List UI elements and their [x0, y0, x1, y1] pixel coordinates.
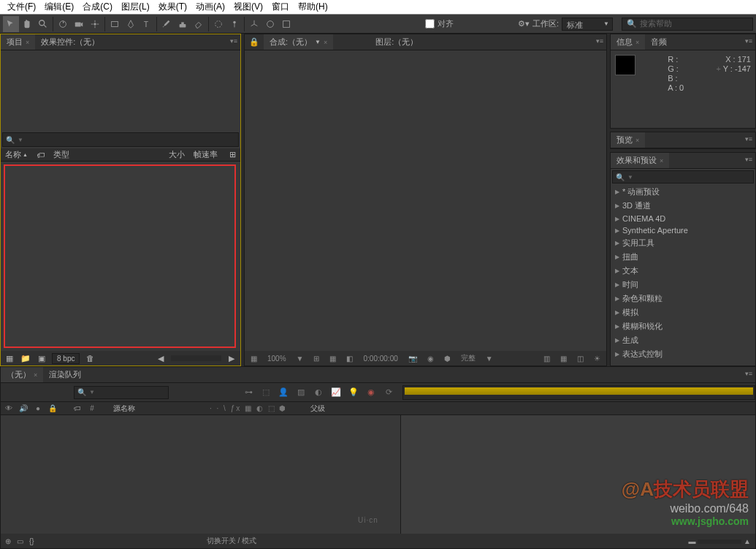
- eraser-tool[interactable]: [191, 16, 207, 32]
- view-layout-icon[interactable]: ▥: [541, 354, 553, 363]
- puppet-pin-tool[interactable]: [226, 16, 243, 32]
- tab-render-queue[interactable]: 渲染队列: [43, 367, 87, 382]
- effects-category[interactable]: ▶CINEMA 4D: [611, 213, 755, 224]
- menu-help[interactable]: 帮助(H): [294, 0, 332, 15]
- color-mgmt-icon[interactable]: ⬢: [441, 354, 454, 363]
- close-icon[interactable]: ×: [324, 39, 327, 46]
- camera-tool[interactable]: [71, 16, 87, 32]
- menu-window[interactable]: 窗口: [267, 0, 294, 15]
- composition-viewer[interactable]: [245, 50, 606, 351]
- scroll-left-icon[interactable]: ◀: [155, 352, 167, 364]
- snapping-icon[interactable]: ⚙▾: [518, 19, 530, 29]
- col-name[interactable]: 名称 ▲: [5, 149, 28, 160]
- resolution-dropdown[interactable]: 完整: [458, 352, 478, 364]
- tab-project[interactable]: 项目 ×: [1, 34, 35, 50]
- col-fps[interactable]: 帧速率: [194, 149, 218, 160]
- effects-search-input[interactable]: 🔍 ▼: [612, 170, 754, 183]
- roto-brush-tool[interactable]: [210, 16, 226, 32]
- tab-timeline-none[interactable]: （无） ×: [1, 367, 43, 382]
- panel-menu-icon[interactable]: ▾≡: [745, 156, 752, 163]
- 3d-view-icon[interactable]: ▦: [557, 354, 570, 363]
- menu-edit[interactable]: 编辑(E): [40, 0, 78, 15]
- effects-category[interactable]: ▶3D 通道: [611, 199, 755, 213]
- tab-effects-presets[interactable]: 效果和预设 ×: [611, 153, 669, 168]
- delete-icon[interactable]: 🗑: [84, 352, 96, 364]
- effects-category[interactable]: ▶生成: [611, 333, 755, 347]
- col-tag-icon[interactable]: 🏷: [37, 151, 45, 159]
- toggle-modes-icon[interactable]: ▭: [17, 537, 23, 545]
- new-folder-icon[interactable]: 📁: [20, 352, 31, 364]
- effects-category[interactable]: ▶表达式控制: [611, 347, 755, 361]
- roi-icon[interactable]: ◧: [343, 354, 356, 363]
- flowchart-icon[interactable]: ⊞: [229, 150, 236, 159]
- workspace-dropdown[interactable]: 标准 ▼: [562, 18, 613, 31]
- menu-layer[interactable]: 图层(L): [117, 0, 154, 15]
- resolution-icon[interactable]: ⊞: [310, 354, 322, 363]
- zoom-tool[interactable]: [35, 16, 51, 32]
- zoom-in-icon[interactable]: ▲: [744, 537, 751, 545]
- hand-tool[interactable]: [19, 16, 35, 32]
- effects-category[interactable]: ▶时间: [611, 278, 755, 292]
- zoom-value[interactable]: 100%: [264, 354, 289, 363]
- scroll-right-icon[interactable]: ▶: [226, 352, 237, 364]
- world-axis-icon[interactable]: [262, 16, 278, 32]
- close-icon[interactable]: ×: [26, 39, 29, 46]
- tab-composition[interactable]: 合成:（无） ▼ ×: [264, 34, 333, 50]
- panel-menu-icon[interactable]: ▾≡: [745, 370, 752, 377]
- grid-icon[interactable]: ▦: [327, 354, 339, 363]
- panel-menu-icon[interactable]: ▾≡: [596, 37, 603, 45]
- toggle-brackets-icon[interactable]: {}: [29, 537, 34, 545]
- interpret-footage-icon[interactable]: ▦: [4, 352, 15, 364]
- col-source-name[interactable]: 源名称: [113, 404, 135, 414]
- snapshot-icon[interactable]: 📷: [405, 354, 420, 363]
- lock-icon[interactable]: 🔒: [245, 37, 264, 47]
- panel-menu-icon[interactable]: ▾≡: [745, 37, 752, 45]
- close-icon[interactable]: ×: [635, 39, 639, 46]
- tab-info[interactable]: 信息 ×: [611, 34, 645, 50]
- comp-mini-flowchart-icon[interactable]: ⊶: [242, 386, 255, 399]
- toggle-switches-modes-button[interactable]: 切换开关 / 模式: [207, 536, 256, 546]
- close-icon[interactable]: ×: [34, 371, 37, 379]
- project-search-input[interactable]: 🔍 ▼: [2, 132, 239, 147]
- auto-keyframe-icon[interactable]: ◉: [364, 386, 378, 399]
- menu-file[interactable]: 文件(F): [3, 0, 40, 15]
- tab-layer[interactable]: 图层:（无）: [370, 34, 424, 50]
- rectangle-tool[interactable]: [107, 16, 123, 32]
- video-toggle-icon[interactable]: 👁: [4, 404, 14, 412]
- effects-category[interactable]: ▶杂色和颗粒: [611, 292, 755, 306]
- effects-category[interactable]: ▶Synthetic Aperture: [611, 224, 755, 236]
- menu-view[interactable]: 视图(V): [229, 0, 267, 15]
- tab-effect-controls[interactable]: 效果控件:（无）: [35, 34, 105, 50]
- project-item-list[interactable]: [4, 164, 236, 348]
- close-icon[interactable]: ×: [660, 157, 663, 164]
- menu-composition[interactable]: 合成(C): [78, 0, 117, 15]
- panel-menu-icon[interactable]: ▾≡: [745, 135, 752, 143]
- close-icon[interactable]: ×: [635, 137, 639, 144]
- tab-audio[interactable]: 音频: [645, 34, 673, 50]
- rotation-tool[interactable]: [55, 16, 71, 32]
- pan-behind-tool[interactable]: [87, 16, 103, 32]
- audio-toggle-icon[interactable]: 🔊: [18, 404, 28, 412]
- effects-category[interactable]: ▶* 动画预设: [611, 185, 755, 199]
- graph-editor-icon[interactable]: 📈: [329, 386, 343, 399]
- effects-category[interactable]: ▶实用工具: [611, 236, 755, 250]
- frame-blend-icon[interactable]: ▨: [294, 386, 308, 399]
- local-axis-icon[interactable]: [246, 16, 262, 32]
- type-tool[interactable]: T: [139, 16, 155, 32]
- zoom-slider[interactable]: [698, 539, 741, 544]
- selection-tool[interactable]: [3, 16, 19, 32]
- timeline-search-input[interactable]: 🔍 ▼: [74, 386, 169, 399]
- lock-toggle-icon[interactable]: 🔒: [47, 404, 58, 412]
- brainstorm-icon[interactable]: 💡: [347, 386, 360, 399]
- tab-preview[interactable]: 预览 ×: [611, 132, 645, 148]
- panel-menu-icon[interactable]: ▾≡: [230, 37, 237, 45]
- col-size[interactable]: 大小: [169, 149, 185, 160]
- brush-tool[interactable]: [159, 16, 175, 32]
- label-col-icon[interactable]: 🏷: [72, 404, 83, 412]
- motion-blur-icon[interactable]: ◐: [312, 386, 325, 399]
- effects-category[interactable]: ▶扭曲: [611, 250, 755, 264]
- pixel-aspect-icon[interactable]: ◫: [574, 354, 587, 363]
- live-update-icon[interactable]: ⟳: [382, 386, 395, 399]
- draft-3d-icon[interactable]: ⬚: [259, 386, 272, 399]
- toggle-switches-icon[interactable]: ⊕: [5, 537, 11, 545]
